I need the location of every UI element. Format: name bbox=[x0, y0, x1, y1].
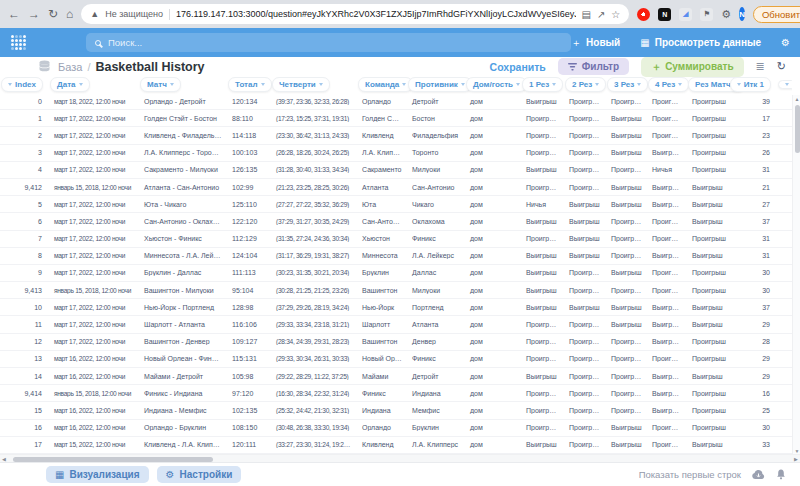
table-cell[interactable]: Майами bbox=[352, 373, 402, 380]
table-cell[interactable]: (31:35, 27:24, 24:36, 30:34) bbox=[266, 235, 352, 242]
table-cell[interactable]: Кливленд bbox=[352, 441, 402, 448]
table-cell[interactable]: 100:103 bbox=[222, 149, 266, 156]
table-cell[interactable]: Выигрыш bbox=[559, 218, 601, 225]
table-cell[interactable]: 28 bbox=[728, 338, 772, 345]
horizontal-scroll-thumb[interactable] bbox=[13, 457, 213, 462]
table-cell[interactable]: 7 bbox=[0, 235, 44, 242]
table-cell[interactable]: Проигрыш bbox=[516, 235, 559, 242]
table-cell[interactable]: 37 bbox=[728, 218, 772, 225]
visualization-button[interactable]: ▦ Визуализация bbox=[46, 466, 149, 483]
table-cell[interactable]: 120:111 bbox=[222, 441, 266, 448]
table-cell[interactable]: (31:17, 36:29, 19:31, 38:27) bbox=[266, 252, 352, 259]
table-cell[interactable]: Проигрыш bbox=[559, 184, 601, 191]
table-cell[interactable]: март 17, 2022, 12:00 ночи bbox=[44, 166, 134, 173]
bookmark-star-icon[interactable]: ☆ bbox=[611, 9, 620, 20]
table-cell[interactable]: (30:28, 21:25, 21:25, 23:26) bbox=[266, 287, 352, 294]
summarize-button[interactable]: ＋ Суммировать bbox=[641, 57, 743, 77]
table-cell[interactable]: дом bbox=[460, 304, 516, 311]
vertical-scroll-thumb[interactable] bbox=[795, 105, 800, 153]
table-cell[interactable]: Новый Орлеан - Финикс bbox=[134, 355, 222, 362]
table-cell[interactable]: Выигрыш bbox=[516, 166, 559, 173]
table-cell[interactable]: (37:29, 31:27, 30:35, 24:29) bbox=[266, 218, 352, 225]
table-cell[interactable]: Проигрыш bbox=[682, 269, 728, 276]
table-cell[interactable]: 6 bbox=[0, 218, 44, 225]
table-cell[interactable]: январь 15, 2018, 12:00 ночи bbox=[44, 287, 134, 294]
table-cell[interactable]: Выигрыш bbox=[601, 184, 642, 191]
back-icon[interactable]: ← bbox=[8, 8, 20, 20]
table-cell[interactable]: март 17, 2022, 12:00 ночи bbox=[44, 321, 134, 328]
table-cell[interactable]: 30 bbox=[728, 287, 772, 294]
new-button[interactable]: ＋ Новый bbox=[571, 36, 620, 50]
table-cell[interactable]: Сакраменто - Милуоки bbox=[134, 166, 222, 173]
table-cell[interactable]: январь 15, 2018, 12:00 ночи bbox=[44, 390, 134, 397]
table-cell[interactable]: Выигрыш bbox=[516, 373, 559, 380]
table-cell[interactable]: Голден Стэйт - Бостон bbox=[134, 115, 222, 122]
table-cell[interactable]: 88:110 bbox=[222, 115, 266, 122]
table-cell[interactable]: Выигрыш bbox=[516, 441, 559, 448]
table-cell[interactable]: 126:135 bbox=[222, 166, 266, 173]
table-cell[interactable]: Милуоки bbox=[402, 166, 460, 173]
table-cell[interactable]: 95:104 bbox=[222, 287, 266, 294]
table-cell[interactable]: Проигрыш bbox=[642, 424, 682, 431]
search-input[interactable]: Поиск... bbox=[86, 33, 571, 52]
table-cell[interactable]: Вашингтон - Денвер bbox=[134, 338, 222, 345]
table-cell[interactable]: март 17, 2022, 12:00 ночи bbox=[44, 269, 134, 276]
table-cell[interactable]: Проигрыш bbox=[516, 355, 559, 362]
table-cell[interactable]: март 17, 2022, 12:00 ночи bbox=[44, 115, 134, 122]
table-cell[interactable]: Индиана - Мемфис bbox=[134, 407, 222, 414]
bell-icon[interactable] bbox=[776, 469, 786, 480]
table-cell[interactable]: Проигрыш bbox=[559, 166, 601, 173]
table-cell[interactable]: Выигрыш bbox=[601, 132, 642, 139]
table-cell[interactable]: Орландо - Бруклин bbox=[134, 424, 222, 431]
table-cell[interactable]: Проигрыш bbox=[601, 355, 642, 362]
table-cell[interactable]: (29:33, 33:34, 23:18, 31:21) bbox=[266, 321, 352, 328]
table-cell[interactable]: Торонто bbox=[402, 149, 460, 156]
table-cell[interactable]: (17:23, 15:25, 37:31, 19:31) bbox=[266, 115, 352, 122]
table-cell[interactable]: Орландо - Детройт bbox=[134, 98, 222, 105]
table-cell[interactable]: Проигрыш bbox=[601, 98, 642, 105]
table-cell[interactable]: Нью-Йорк - Портленд bbox=[134, 304, 222, 311]
table-cell[interactable]: Детройт bbox=[402, 98, 460, 105]
table-cell[interactable]: Новый Орлеан bbox=[352, 355, 402, 362]
table-cell[interactable]: Проигрыш bbox=[642, 132, 682, 139]
table-cell[interactable]: Проигрыш bbox=[516, 390, 559, 397]
table-cell[interactable]: Кливленд bbox=[352, 132, 402, 139]
table-cell[interactable]: 128:98 bbox=[222, 304, 266, 311]
table-cell[interactable]: Милуоки bbox=[402, 287, 460, 294]
table-cell[interactable]: Индиана bbox=[352, 407, 402, 414]
table-cell[interactable]: Проигрыш bbox=[516, 407, 559, 414]
column-header[interactable]: Index bbox=[1, 77, 43, 92]
table-cell[interactable]: 9,413 bbox=[0, 287, 44, 294]
table-cell[interactable]: Шарлотт bbox=[352, 321, 402, 328]
table-cell[interactable]: 2 bbox=[0, 132, 44, 139]
table-cell[interactable]: 124:104 bbox=[222, 252, 266, 259]
table-cell[interactable]: 9,412 bbox=[0, 184, 44, 191]
table-cell[interactable]: Проигрыш bbox=[682, 98, 728, 105]
table-cell[interactable]: дом bbox=[460, 441, 516, 448]
table-cell[interactable]: 30 bbox=[728, 424, 772, 431]
table-cell[interactable]: март 17, 2022, 12:00 ночи bbox=[44, 201, 134, 208]
table-cell[interactable]: Выигрыш bbox=[682, 218, 728, 225]
table-cell[interactable]: Проигрыш bbox=[682, 338, 728, 345]
table-cell[interactable]: 31 bbox=[728, 252, 772, 259]
table-cell[interactable]: Выигрыш bbox=[516, 98, 559, 105]
table-cell[interactable]: 29 bbox=[728, 355, 772, 362]
table-cell[interactable]: 17 bbox=[728, 115, 772, 122]
table-cell[interactable]: дом bbox=[460, 201, 516, 208]
table-cell[interactable]: Проигрыш bbox=[682, 166, 728, 173]
table-cell[interactable]: (27:27, 27:22, 35:32, 36:29) bbox=[266, 201, 352, 208]
table-cell[interactable]: Нью-Йорк bbox=[352, 304, 402, 311]
table-cell[interactable]: Проигрыш bbox=[559, 98, 601, 105]
table-cell[interactable]: Проигрыш bbox=[559, 373, 601, 380]
table-cell[interactable]: Проигрыш bbox=[642, 235, 682, 242]
table-cell[interactable]: Денвер bbox=[402, 338, 460, 345]
table-cell[interactable]: Кливленд - Филадельфия bbox=[134, 132, 222, 139]
table-cell[interactable]: 33 bbox=[728, 441, 772, 448]
table-cell[interactable]: Бруклин - Даллас bbox=[134, 269, 222, 276]
table-cell[interactable]: Проигрыш bbox=[682, 115, 728, 122]
browser-update-button[interactable]: Обновить ⋮ bbox=[753, 6, 800, 23]
metabase-logo-icon[interactable] bbox=[10, 35, 26, 51]
table-cell[interactable]: 21 bbox=[728, 184, 772, 191]
horizontal-scrollbar[interactable]: ◀ ▶ bbox=[0, 454, 800, 462]
table-cell[interactable]: Бостон bbox=[402, 115, 460, 122]
